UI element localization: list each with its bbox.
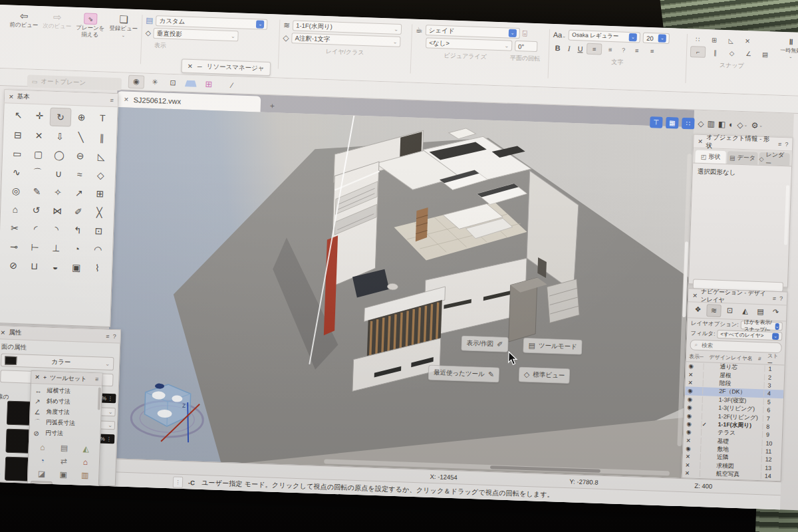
plane-rotation-field[interactable]: 0° [515, 41, 538, 52]
tool-button[interactable]: ◠ [87, 241, 108, 259]
snap-angle-icon[interactable]: ◺ [724, 35, 738, 46]
architecture-tool-button[interactable]: ▤ [53, 442, 75, 454]
text-style-icon[interactable]: ⊤ [650, 116, 663, 128]
filter-select[interactable]: <すべてのレイヤ>⌄ [717, 330, 782, 340]
tool-button[interactable]: ⊖ [69, 147, 90, 165]
tool-button[interactable]: ◯ [49, 146, 70, 164]
grid-mode-icon[interactable]: ⊞ [201, 78, 217, 90]
active-layer-select[interactable]: 1-1F(水周り)⌄ [293, 20, 402, 35]
layer-visibility-toggle[interactable]: ◉ [686, 445, 701, 452]
architecture-tool-button[interactable]: ≋ [52, 481, 74, 494]
layer-visibility-toggle[interactable]: ◉ [686, 420, 702, 428]
tool-button[interactable]: ⊞ [89, 185, 110, 203]
tool-button[interactable]: ╲ [70, 128, 91, 146]
window-icon[interactable]: ▥ [707, 119, 715, 128]
close-icon[interactable]: ✕ [698, 138, 703, 144]
tool-button[interactable]: ≈ [68, 166, 90, 184]
crop-visible-mode-icon[interactable]: ⊡ [166, 76, 181, 89]
architecture-tool-button[interactable]: ⊐ [30, 495, 52, 508]
layer-visibility-toggle[interactable]: ✕ [686, 454, 701, 461]
snap-point-icon[interactable]: ◇ [725, 48, 739, 59]
tool-button[interactable]: ⊡ [88, 222, 109, 240]
camera-match-icon[interactable]: ⌻ [522, 29, 527, 38]
tool-button[interactable]: ↺ [25, 201, 47, 219]
tool-button[interactable]: ✎ [26, 182, 47, 200]
snap-parallel-icon[interactable]: ∥ [708, 47, 723, 58]
layer-visibility-toggle[interactable]: ◉ [686, 429, 702, 436]
nav-design-layers-icon[interactable]: ≋ [706, 304, 722, 317]
nav-connections-icon[interactable]: ❖ [691, 303, 705, 315]
layer-visibility-toggle[interactable]: ◉ [688, 396, 703, 403]
layer-visibility-toggle[interactable]: ✕ [688, 371, 704, 378]
prev-view-button[interactable]: ⇦ 前のビュー [9, 10, 39, 36]
tool-button[interactable]: ↖ [8, 106, 29, 124]
close-tab-icon[interactable]: ✕ [124, 96, 129, 102]
tool-button[interactable]: ⌂ [5, 200, 26, 218]
font-name-select[interactable]: Osaka レギュラー⌄ [569, 30, 640, 43]
tool-button[interactable]: ◜ [25, 219, 46, 237]
snapping-pause-button[interactable]: ‖ 一時無効 ⌄ [780, 37, 798, 60]
standard-view-overlay-button[interactable]: ◇ 標準ビュー [519, 366, 571, 384]
snap-bisector-icon[interactable]: ∠ [741, 49, 756, 59]
tool-button[interactable]: ⊔ [23, 257, 45, 275]
snap-object-icon[interactable]: ⊞ [707, 35, 722, 45]
half-tone-icon[interactable]: ◧ [718, 120, 726, 129]
layer-visibility-toggle[interactable]: ✕ [685, 470, 700, 477]
layer-visibility-toggle[interactable]: ✕ [685, 462, 700, 469]
tool-button[interactable]: ✐ [67, 203, 88, 221]
tab-data[interactable]: ▤ データ [727, 151, 758, 165]
stepper-icon[interactable]: ⌄ [256, 20, 264, 28]
menu-icon[interactable]: ≡ [95, 376, 99, 382]
layer-visibility-toggle[interactable]: ◉ [687, 404, 702, 411]
drawing-viewport[interactable]: 表示/作図 ✐ ▤ ツールモード 最近使ったツール ✎ ◇ 標準ビュー [104, 107, 694, 478]
layer-visibility-toggle[interactable]: ◉ [688, 388, 703, 395]
tool-button[interactable]: ↰ [66, 221, 88, 239]
tool-button[interactable]: ⇩ [49, 128, 70, 146]
menu-icon[interactable]: ≡ [110, 96, 114, 103]
menu-icon[interactable]: ≡ [106, 332, 110, 339]
architecture-tool-button[interactable]: ⌂ [74, 456, 96, 468]
tool-button[interactable]: ⊕ [70, 108, 92, 126]
new-tab-button[interactable]: + [269, 101, 275, 112]
tool-button[interactable]: ✧ [47, 184, 68, 201]
tool-button[interactable]: ◇ [90, 166, 111, 184]
tool-button[interactable]: ⌒ [27, 164, 48, 182]
align-center-button[interactable]: ≡ [603, 45, 618, 55]
navigation-header[interactable]: ✕ ナビゲーション - デザインレイヤ ≡? [688, 289, 787, 305]
dimension-tool-item[interactable]: ⊘ 円寸法 [29, 428, 100, 441]
architecture-tool-button[interactable]: ◔ [31, 454, 53, 467]
align-plane-button[interactable]: ⇘ プレーンを揃える [75, 13, 105, 39]
close-icon[interactable]: ✕ [692, 292, 698, 299]
projection-select[interactable]: 垂直投影⌄ [154, 28, 239, 41]
tool-button[interactable]: ▣ [66, 259, 87, 277]
tool-button[interactable]: ╳ [88, 203, 110, 221]
snap-corner-icon[interactable]: ⌐ [690, 46, 706, 58]
align-right-button[interactable]: ≡ [630, 45, 644, 56]
close-icon[interactable]: ✕ [9, 93, 14, 100]
render-mode-select[interactable]: シェイド⌄ [425, 25, 519, 39]
layer-visibility-toggle[interactable]: ✕ [688, 379, 704, 386]
justify-button[interactable]: ≡ [645, 46, 660, 57]
close-icon[interactable]: ✕ [1, 329, 6, 336]
shade-icon[interactable]: ◐ [729, 120, 734, 129]
tool-mode-overlay-button[interactable]: ▤ ツールモード [523, 338, 583, 355]
tool-button[interactable]: ▢ [27, 145, 49, 163]
active-class-select[interactable]: A注釈-1文字⌄ [291, 33, 400, 47]
layer-options-select[interactable]: ほかを表示/スナップ/─⌄ [741, 321, 783, 331]
font-size-select[interactable]: 20⌄ [643, 33, 670, 44]
font-style-icon[interactable]: Aa⌄ [553, 31, 567, 39]
tool-button[interactable]: ⊘ [3, 256, 24, 274]
slash-pen-icon[interactable]: ∕ [225, 78, 240, 91]
tool-button[interactable]: T [92, 109, 113, 127]
architecture-tool-button[interactable]: ▬ [30, 481, 52, 495]
tool-button[interactable]: ◒ [45, 257, 66, 275]
tool-button[interactable]: ✂ [4, 219, 25, 237]
saved-view-select[interactable]: カスタム⌄ [156, 15, 267, 30]
architecture-tool-button[interactable]: ⇄ [53, 455, 74, 467]
layer-plane-mode-icon[interactable] [184, 77, 199, 90]
close-icon[interactable]: ✕ [35, 374, 40, 380]
tool-button[interactable]: ◝ [46, 221, 67, 239]
tool-button[interactable]: ⊥ [45, 239, 66, 257]
close-icon[interactable]: ✕ [188, 63, 193, 70]
nav-viewports-icon[interactable]: ⊡ [723, 305, 737, 317]
